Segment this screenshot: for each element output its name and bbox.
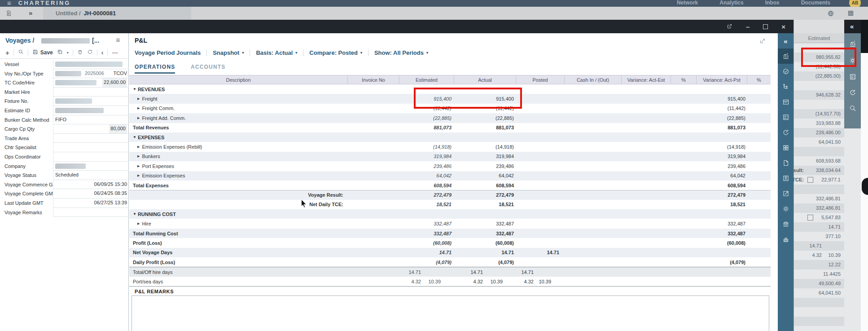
field-value[interactable]: 06/27/25 13:39: [53, 199, 129, 208]
pnl-row-bunkers[interactable]: ▶Bunkers319,984319,984319,984: [129, 152, 771, 161]
pnl-row-total-revenues[interactable]: Total Revenues881,073881,073881,073: [129, 123, 771, 132]
nav-item-inbox[interactable]: Inbox: [765, 0, 780, 6]
strip-hierarchy-icon[interactable]: [778, 79, 793, 94]
column-header-cash-in-out-[interactable]: Cash In / (Out): [565, 75, 622, 84]
field-value[interactable]: 80,000: [53, 124, 129, 134]
pnl-link-show-all-periods[interactable]: Show: All Periods▾: [374, 49, 434, 56]
avatar[interactable]: AB: [849, 0, 861, 7]
more-options-icon[interactable]: ⋯: [112, 49, 118, 56]
pnl-row-freight-add-comm-[interactable]: ▶Freight Add. Comm.(22,885)(22,885)(22,8…: [129, 113, 771, 123]
expand-triangle-icon[interactable]: ▶: [137, 116, 140, 120]
pnl-row-port-sea-days[interactable]: Port/sea days4.3210.394.3210.394.3210.39: [129, 277, 771, 286]
column-header-invoice-no[interactable]: Invoice No: [348, 75, 399, 84]
expand-triangle-icon[interactable]: ▶: [137, 97, 140, 101]
pnl-row-voyage-result-[interactable]: Voyage Result:272,479272,479272,479: [129, 190, 771, 199]
strip-container-icon[interactable]: [778, 232, 793, 247]
strip-gear-icon[interactable]: [778, 201, 793, 216]
field-value[interactable]: 2025006TCOV: [53, 69, 129, 79]
document-tab-icon[interactable]: [5, 10, 12, 18]
hamburger-menu-icon[interactable]: ≡: [7, 0, 11, 7]
column-header-variance-act-est[interactable]: Variance: Act-Est: [622, 75, 671, 84]
pnl-row-net-voyage-days[interactable]: Net Voyage Days14.7114.7114.71: [129, 248, 771, 257]
pnl-row-daily-profit-loss-[interactable]: Daily Profit (Loss)(4,079)(4,079)(4,079): [129, 257, 771, 267]
minimize-icon[interactable]: –: [746, 23, 750, 30]
tab-overflow-chevrons[interactable]: »: [29, 9, 32, 17]
field-value[interactable]: FIFO: [53, 115, 129, 125]
field-value[interactable]: 22,600.00: [53, 78, 129, 88]
pnl-row-total-running-cost[interactable]: Total Running Cost332,487332,487332,487: [129, 229, 771, 238]
strip-bank-icon[interactable]: [778, 216, 793, 232]
pnl-link-voyage-period-journals[interactable]: Voyage Period Journals: [135, 49, 207, 56]
expand-triangle-icon[interactable]: ▶: [137, 164, 140, 168]
pnl-link-snapshot[interactable]: Snapshot▾: [213, 49, 250, 56]
rail-checklist-icon[interactable]: [844, 73, 861, 80]
copy-icon[interactable]: [57, 49, 63, 57]
rail-chart-icon[interactable]: [844, 40, 861, 48]
pnl-link-compare-posted[interactable]: Compare: Posted▾: [309, 49, 368, 56]
pnl-row-port-expenses[interactable]: ▶Port Expenses239,486239,486239,486: [129, 161, 771, 171]
pnl-row-net-daily-tce-[interactable]: Net Daily TCE:18,52118,52118,521: [129, 200, 771, 209]
column-header--[interactable]: %: [671, 75, 697, 84]
column-header-posted[interactable]: Posted: [516, 75, 565, 84]
column-header--[interactable]: %: [747, 75, 771, 84]
field-value[interactable]: [53, 106, 129, 115]
copy-dropdown-caret-icon[interactable]: ▾: [67, 51, 69, 55]
field-value[interactable]: 06/09/25 15:30: [53, 180, 129, 190]
column-header-estimated[interactable]: Estimated: [399, 75, 454, 84]
collapse-triangle-icon[interactable]: ▼: [133, 135, 136, 139]
expand-triangle-icon[interactable]: ▶: [137, 154, 140, 158]
active-tab[interactable]: Untitled / JH-0000081: [43, 7, 191, 20]
add-button[interactable]: +: [5, 49, 9, 57]
strip-chart-icon[interactable]: [778, 49, 793, 64]
pnl-row-total-off-hire-days[interactable]: Total/Off hire days14.7114.7114.71: [129, 267, 771, 276]
delete-icon[interactable]: [77, 49, 83, 57]
back-chevron-icon[interactable]: ‹: [101, 49, 104, 56]
pnl-row-emission-expenses-rebill-[interactable]: ▶Emission Expenses (Rebill)(14,918)(14,9…: [129, 142, 771, 151]
pnl-row-hire[interactable]: ▶Hire332,487332,487332,487: [129, 219, 771, 228]
expand-triangle-icon[interactable]: ▶: [137, 174, 140, 177]
expand-triangle-icon[interactable]: ▶: [137, 145, 140, 149]
save-icon[interactable]: [32, 49, 38, 57]
nav-item-analytics[interactable]: Analytics: [719, 0, 743, 6]
strip-form-icon[interactable]: [778, 94, 793, 110]
strip-checklist-icon[interactable]: [778, 110, 793, 125]
pnl-row-total-expenses[interactable]: Total Expenses608,594608,594608,594: [129, 181, 771, 190]
checkbox[interactable]: [807, 177, 813, 183]
tab-accounts[interactable]: ACCOUNTS: [191, 64, 226, 70]
field-value[interactable]: [53, 60, 129, 69]
maximize-icon[interactable]: [763, 24, 768, 29]
column-header-actual[interactable]: Actual: [454, 75, 516, 84]
column-header-variance-act-pst[interactable]: Variance: Act-Pst: [697, 75, 747, 84]
collapse-triangle-icon[interactable]: ▼: [133, 87, 136, 91]
refresh-icon[interactable]: [87, 49, 93, 57]
field-value[interactable]: [53, 97, 129, 106]
pnl-row-expenses[interactable]: ▼EXPENSES: [129, 132, 771, 142]
strip-collapse-icon[interactable]: «: [778, 33, 793, 49]
rail-search-icon[interactable]: [844, 105, 861, 112]
field-value[interactable]: [53, 208, 129, 217]
strip-squares-icon[interactable]: [778, 140, 793, 155]
field-value[interactable]: [53, 152, 129, 162]
column-header-description[interactable]: Description: [129, 75, 348, 84]
search-icon[interactable]: [18, 49, 24, 57]
expand-triangle-icon[interactable]: ▶: [137, 222, 140, 225]
globe-icon[interactable]: [827, 10, 834, 19]
field-value[interactable]: [53, 143, 129, 152]
pnl-link-basis-actual[interactable]: Basis: Actual▾: [256, 49, 303, 56]
strip-note-icon[interactable]: [778, 186, 793, 201]
nav-item-network[interactable]: Network: [677, 0, 698, 6]
field-value[interactable]: [53, 134, 129, 143]
panel-menu-icon[interactable]: ≡: [116, 36, 120, 44]
expand-triangle-icon[interactable]: ▶: [137, 106, 140, 110]
field-value[interactable]: 06/24/25 08:35: [53, 189, 129, 199]
nav-item-documents[interactable]: Documents: [801, 0, 830, 6]
pnl-row-emission-expenses[interactable]: ▶Emission Expenses64,04264,04264,042: [129, 171, 771, 181]
field-value[interactable]: [53, 162, 129, 171]
popout-icon[interactable]: [727, 23, 732, 30]
pnl-row-running-cost[interactable]: ▼RUNNING COST: [129, 209, 771, 219]
pnl-row-profit-loss-[interactable]: Profit (Loss)(60,008)(60,008)(60,008): [129, 238, 771, 247]
edge-handle[interactable]: [862, 178, 868, 195]
strip-document-icon[interactable]: [778, 155, 793, 171]
tab-operations[interactable]: OPERATIONS: [135, 64, 175, 74]
checkbox[interactable]: [807, 215, 813, 221]
